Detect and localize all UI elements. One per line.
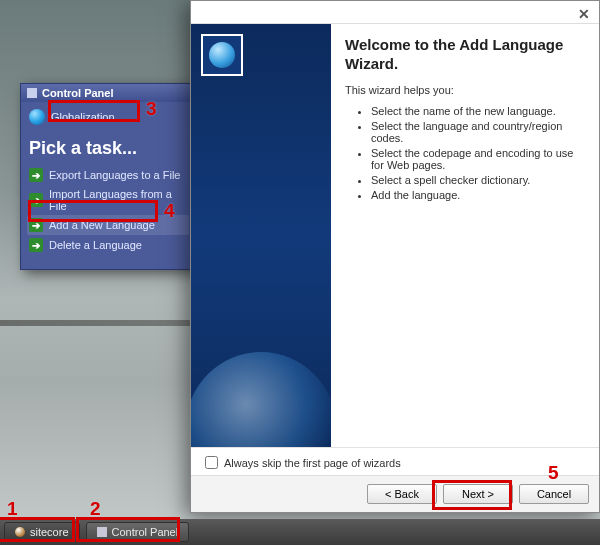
close-icon: ✕	[578, 6, 590, 22]
wizard-header: ✕	[191, 1, 599, 24]
wizard-bullet-list: Select the name of the new language. Sel…	[345, 102, 585, 204]
wizard-sidebar	[191, 24, 331, 447]
wizard-bullet: Select the language and country/region c…	[371, 120, 585, 144]
control-panel-title: Control Panel	[42, 87, 114, 99]
back-button[interactable]: < Back	[367, 484, 437, 504]
wizard-title: Welcome to the Add Language Wizard.	[345, 36, 585, 74]
wizard-intro: This wizard helps you:	[345, 84, 585, 96]
wizard-hero-iconbox	[201, 34, 243, 76]
wizard-skip-row: Always skip the first page of wizards	[191, 447, 599, 475]
control-panel-window: Control Panel Globalization Pick a task.…	[20, 83, 196, 270]
skip-first-page-checkbox[interactable]	[205, 456, 218, 469]
skip-first-page-label: Always skip the first page of wizards	[224, 457, 401, 469]
globe-decoration-icon	[191, 352, 331, 447]
task-import-languages[interactable]: ➔ Import Languages from a File	[27, 185, 189, 215]
control-panel-body: Globalization Pick a task... ➔ Export La…	[21, 102, 195, 269]
annotation-number-2: 2	[90, 498, 101, 520]
task-delete-language[interactable]: ➔ Delete a Language	[27, 235, 189, 255]
task-label: Import Languages from a File	[49, 188, 187, 212]
task-label: Add a New Language	[49, 219, 155, 231]
sitecore-logo-icon	[15, 527, 25, 537]
control-panel-icon	[97, 527, 107, 537]
wizard-bullet: Select the codepage and encoding to use …	[371, 147, 585, 171]
wizard-bullet: Add the language.	[371, 189, 585, 201]
globe-icon	[29, 109, 45, 125]
task-label: Delete a Language	[49, 239, 142, 251]
wizard-content: Welcome to the Add Language Wizard. This…	[331, 24, 599, 447]
desktop: Control Panel Globalization Pick a task.…	[0, 0, 600, 545]
arrow-right-icon: ➔	[29, 238, 43, 252]
arrow-right-icon: ➔	[29, 218, 43, 232]
globalization-row[interactable]: Globalization	[27, 106, 189, 128]
annotation-number-1: 1	[7, 498, 18, 520]
taskbar-control-panel[interactable]: Control Panel	[86, 522, 190, 542]
arrow-right-icon: ➔	[29, 168, 43, 182]
start-label: sitecore	[30, 526, 69, 538]
globalization-link: Globalization	[51, 111, 115, 123]
taskbar: sitecore Control Panel	[0, 519, 600, 545]
control-panel-icon	[27, 88, 37, 98]
task-label: Export Languages to a File	[49, 169, 180, 181]
wizard-button-bar: < Back Next > Cancel	[191, 475, 599, 512]
wizard-bullet: Select the name of the new language.	[371, 105, 585, 117]
cancel-button[interactable]: Cancel	[519, 484, 589, 504]
start-button[interactable]: sitecore	[4, 522, 80, 542]
globe-icon	[209, 42, 235, 68]
wizard-bullet: Select a spell checker dictionary.	[371, 174, 585, 186]
pick-a-task-heading: Pick a task...	[29, 138, 187, 159]
add-language-wizard: ✕ Welcome to the Add Language Wizard. Th…	[190, 0, 600, 513]
task-add-new-language[interactable]: ➔ Add a New Language	[27, 215, 189, 235]
arrow-right-icon: ➔	[29, 193, 43, 207]
task-export-languages[interactable]: ➔ Export Languages to a File	[27, 165, 189, 185]
taskbar-control-panel-label: Control Panel	[112, 526, 179, 538]
wizard-body: Welcome to the Add Language Wizard. This…	[191, 24, 599, 447]
next-button[interactable]: Next >	[443, 484, 513, 504]
control-panel-titlebar[interactable]: Control Panel	[21, 84, 195, 102]
close-button[interactable]: ✕	[575, 5, 593, 23]
